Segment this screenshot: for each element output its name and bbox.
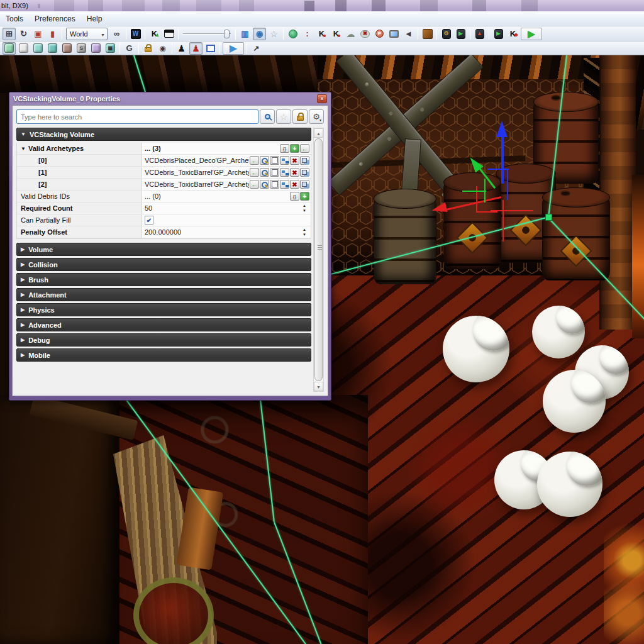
nav-back-icon[interactable]: ← bbox=[250, 180, 259, 189]
spin-up-icon[interactable]: ▲ bbox=[299, 203, 309, 208]
settings-button[interactable]: ⚙▼ bbox=[309, 109, 324, 124]
scrollbar[interactable]: ▲ ▼ bbox=[313, 128, 324, 392]
nav-back-icon[interactable]: ← bbox=[250, 156, 259, 165]
play-button[interactable]: ▶ bbox=[521, 28, 542, 40]
properties-window[interactable]: VCStackingVolume_0 Properties x ☆ ⚙▼ ▼ V… bbox=[9, 92, 331, 401]
frame-icon[interactable] bbox=[270, 168, 279, 177]
copy-icon[interactable] bbox=[300, 180, 309, 189]
section-physics[interactable]: ▶Physics bbox=[16, 303, 311, 316]
frame-icon[interactable] bbox=[270, 180, 279, 189]
close-icon[interactable]: x bbox=[317, 94, 327, 103]
cube-pattern-tool[interactable]: ▦ bbox=[104, 42, 117, 55]
frame-icon[interactable] bbox=[270, 156, 279, 165]
cube-purple-tool[interactable] bbox=[89, 42, 103, 55]
search-button[interactable] bbox=[260, 109, 275, 124]
camera-speed-slider[interactable] bbox=[183, 28, 231, 40]
nav-back-icon[interactable]: ← bbox=[250, 168, 259, 177]
nav-back-icon[interactable]: ← bbox=[300, 144, 309, 153]
copy-icon[interactable] bbox=[300, 156, 309, 165]
grid-tool[interactable]: G bbox=[123, 42, 136, 55]
lock-tool[interactable] bbox=[142, 42, 155, 55]
scroll-down-icon[interactable]: ▼ bbox=[314, 382, 323, 391]
copy-icon[interactable] bbox=[300, 168, 309, 177]
property-value[interactable]: ✔ bbox=[142, 214, 311, 226]
section-debug[interactable]: ▶Debug bbox=[16, 333, 311, 347]
network-icon[interactable] bbox=[280, 180, 289, 189]
volume-vertex-handle[interactable] bbox=[545, 214, 552, 221]
magnifier-icon[interactable] bbox=[260, 156, 269, 165]
play-level-button[interactable]: ▶ bbox=[223, 42, 244, 55]
find-tool[interactable]: ∞ bbox=[110, 28, 123, 40]
cube-geometry-tool[interactable] bbox=[3, 42, 16, 55]
magnifier-icon[interactable] bbox=[260, 168, 269, 177]
debris-sphere[interactable] bbox=[443, 316, 509, 382]
checkbox[interactable]: ✔ bbox=[145, 216, 153, 225]
controller-record-tool[interactable]: ♟ bbox=[189, 42, 203, 55]
keyframe-tool[interactable]: K bbox=[148, 28, 161, 40]
app-title-bar[interactable]: bit, DX9) bbox=[0, 0, 644, 11]
toxic-barrel[interactable] bbox=[443, 180, 501, 269]
network-icon[interactable] bbox=[280, 168, 289, 177]
property-value[interactable]: 50▲▼ bbox=[142, 203, 311, 214]
menu-tools[interactable]: Tools bbox=[0, 13, 29, 25]
braces-icon[interactable]: {} bbox=[290, 192, 299, 201]
visibility-tool[interactable]: ◉ bbox=[156, 42, 169, 55]
property-value[interactable]: ... (0){}+ bbox=[142, 191, 311, 202]
rotate-tool[interactable]: ↻ bbox=[17, 28, 30, 40]
delete-icon[interactable]: ✖ bbox=[290, 156, 299, 165]
app-logo-button[interactable]: W bbox=[129, 28, 142, 40]
add-icon[interactable]: + bbox=[300, 192, 309, 201]
cube-stack-tool[interactable] bbox=[46, 42, 59, 55]
property-value[interactable]: 200.000000▲▼ bbox=[142, 226, 311, 238]
scale-uniform-tool[interactable]: ▮ bbox=[46, 28, 59, 40]
scroll-up-icon[interactable]: ▲ bbox=[314, 128, 323, 138]
section-mobile[interactable]: ▶Mobile bbox=[16, 348, 311, 362]
spin-up-icon[interactable]: ▲ bbox=[299, 227, 309, 232]
lock-button[interactable] bbox=[292, 109, 308, 124]
key-back-tool[interactable]: K bbox=[315, 28, 328, 40]
cinematic-tool[interactable] bbox=[162, 28, 175, 40]
slider-thumb[interactable] bbox=[224, 30, 230, 38]
scale-tool[interactable]: ▣ bbox=[31, 28, 45, 40]
axis-z-arrowhead[interactable] bbox=[496, 121, 508, 137]
device-upload-tool[interactable]: ▲ bbox=[473, 28, 486, 40]
delete-icon[interactable]: ✖ bbox=[290, 180, 299, 189]
section-advanced[interactable]: ▶Advanced bbox=[16, 318, 311, 331]
delete-icon[interactable]: ✖ bbox=[290, 168, 299, 177]
menu-preferences[interactable]: Preferences bbox=[29, 13, 81, 25]
favorites-button[interactable]: ☆ bbox=[276, 109, 291, 124]
barrel[interactable] bbox=[374, 196, 436, 284]
cube-teal-tool[interactable] bbox=[31, 42, 45, 55]
property-value[interactable]: VCDebris_ToxicBarrel'GP_Archetypes.Obje←… bbox=[142, 167, 311, 178]
cloud-tool[interactable]: ☁ bbox=[344, 28, 357, 40]
caret-down-icon[interactable]: ▼ bbox=[21, 146, 26, 152]
debris-sphere[interactable] bbox=[532, 306, 585, 358]
property-value[interactable]: ... (3){}+← bbox=[142, 143, 311, 154]
remote-play-tool[interactable]: ▶ bbox=[492, 28, 505, 40]
move-tool[interactable]: ⊞ bbox=[3, 28, 16, 40]
spin-down-icon[interactable]: ▼ bbox=[299, 208, 309, 213]
search-input[interactable] bbox=[16, 109, 258, 124]
scrollbar-thumb[interactable] bbox=[314, 138, 323, 381]
cube-white-tool[interactable] bbox=[17, 42, 30, 55]
export-tool[interactable]: ↗ bbox=[250, 42, 263, 55]
key-forward-tool[interactable]: K bbox=[330, 28, 343, 40]
world-selector[interactable]: World▼ bbox=[66, 28, 108, 40]
cloud-delete-tool[interactable]: ✖ bbox=[358, 28, 372, 40]
package-tool[interactable]: ▥ bbox=[238, 28, 252, 40]
device-config-tool[interactable]: ⚙ bbox=[440, 28, 453, 40]
region-tool[interactable] bbox=[204, 42, 217, 55]
audio-tool[interactable]: ◄ bbox=[402, 28, 415, 40]
shield-tool[interactable] bbox=[286, 28, 299, 40]
spin-down-icon[interactable]: ▼ bbox=[299, 232, 309, 237]
cube-script-tool[interactable]: S bbox=[75, 42, 88, 55]
monitor-tool[interactable] bbox=[387, 28, 401, 40]
braces-icon[interactable]: {} bbox=[280, 144, 289, 153]
controller-tool[interactable]: ♟ bbox=[175, 42, 188, 55]
section-attachment[interactable]: ▶Attachment bbox=[16, 288, 311, 301]
debris-sphere[interactable] bbox=[543, 370, 606, 433]
debris-sphere[interactable] bbox=[537, 452, 602, 517]
favorites-tool[interactable]: ☆ bbox=[267, 28, 280, 40]
key-record-tool[interactable]: K bbox=[506, 28, 519, 40]
section-collision[interactable]: ▶Collision bbox=[16, 258, 311, 271]
